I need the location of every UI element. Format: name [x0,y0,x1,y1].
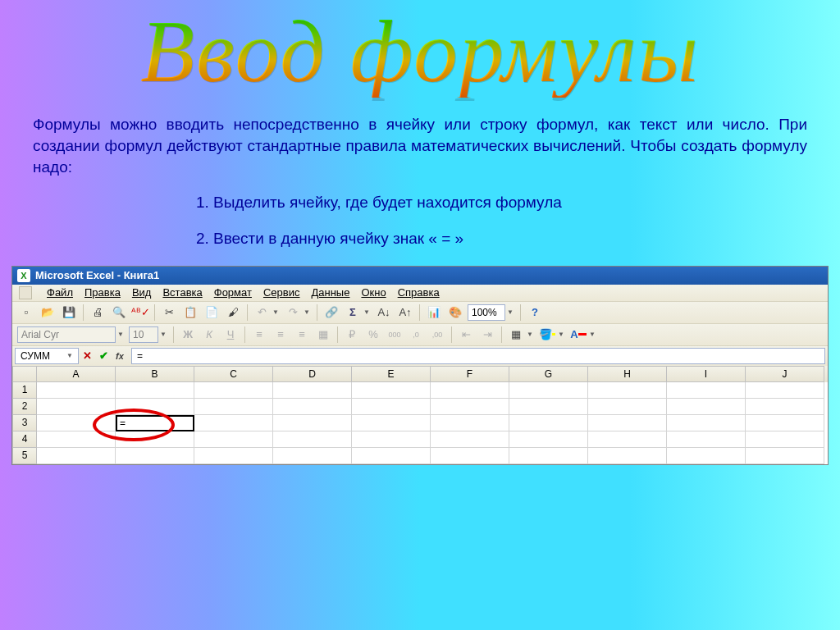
cell-D3[interactable] [273,415,352,431]
sort-asc-button[interactable]: A↓ [375,304,393,322]
cell-C2[interactable] [194,399,273,415]
cell-B3[interactable]: = [116,415,194,431]
chart-button[interactable]: 📊 [425,304,443,322]
cell-E4[interactable] [352,431,431,448]
col-header-E[interactable]: E [352,366,431,382]
cell-A1[interactable] [37,382,116,399]
formula-input[interactable] [131,348,825,364]
col-header-G[interactable]: G [509,366,588,382]
copy-button[interactable]: 📋 [181,304,199,322]
menu-format[interactable]: Формат [214,286,252,299]
align-center-button[interactable]: ≡ [272,326,290,344]
open-button[interactable]: 📂 [39,304,57,322]
increase-indent-button[interactable]: ⇥ [478,326,496,344]
menu-edit[interactable]: Правка [84,286,121,299]
autosum-button[interactable]: Σ [344,304,362,322]
cut-button[interactable]: ✂ [160,304,178,322]
col-header-F[interactable]: F [431,366,509,382]
cell-C3[interactable] [194,415,273,431]
undo-button[interactable]: ↶ [253,304,271,322]
help-button[interactable]: ? [526,304,544,322]
sort-desc-button[interactable]: A↑ [396,304,414,322]
zoom-input[interactable] [468,304,505,321]
cell-G5[interactable] [509,448,588,464]
cell-J2[interactable] [746,399,824,415]
col-header-C[interactable]: C [194,366,273,382]
cell-J5[interactable] [746,448,824,464]
menu-view[interactable]: Вид [132,286,152,299]
col-header-J[interactable]: J [746,366,824,382]
cell-G2[interactable] [509,399,588,415]
print-button[interactable]: 🖨 [89,304,107,322]
cell-D2[interactable] [273,399,352,415]
cell-A3[interactable] [37,415,116,431]
font-color-button[interactable]: A [569,326,587,344]
cell-D1[interactable] [273,382,352,399]
name-box[interactable]: СУММ ▼ [15,348,79,364]
merge-center-button[interactable]: ▦ [314,326,332,344]
print-preview-button[interactable]: 🔍 [110,304,128,322]
cell-B4[interactable] [116,431,194,448]
cell-C1[interactable] [194,382,273,399]
cell-I4[interactable] [667,431,746,448]
cell-A4[interactable] [37,431,116,448]
cell-H5[interactable] [588,448,667,464]
comma-button[interactable]: 000 [386,326,404,344]
font-name-input[interactable] [17,326,116,343]
cell-A2[interactable] [37,399,116,415]
decrease-decimal-button[interactable]: ,00 [428,326,446,344]
cell-I3[interactable] [667,415,746,431]
menu-window[interactable]: Окно [361,286,386,299]
menu-file[interactable]: Файл [47,286,73,299]
cell-G4[interactable] [509,431,588,448]
row-header-4[interactable]: 4 [12,431,37,448]
cell-F5[interactable] [431,448,509,464]
cell-E2[interactable] [352,399,431,415]
decrease-indent-button[interactable]: ⇤ [457,326,475,344]
cell-I2[interactable] [667,399,746,415]
cell-C5[interactable] [194,448,273,464]
menu-insert[interactable]: Вставка [162,286,202,299]
cell-H4[interactable] [588,431,667,448]
menu-tools[interactable]: Сервис [263,286,300,299]
cell-B2[interactable] [116,399,194,415]
cell-D4[interactable] [273,431,352,448]
select-all-corner[interactable] [12,366,37,382]
row-header-3[interactable]: 3 [12,415,37,431]
cell-H1[interactable] [588,382,667,399]
cell-J3[interactable] [746,415,824,431]
fx-button[interactable]: fx [112,349,127,363]
cell-C4[interactable] [194,431,273,448]
cell-J4[interactable] [746,431,824,448]
cell-H2[interactable] [588,399,667,415]
cell-B5[interactable] [116,448,194,464]
cell-F4[interactable] [431,431,509,448]
cell-J1[interactable] [746,382,824,399]
cell-F3[interactable] [431,415,509,431]
increase-decimal-button[interactable]: ,0 [407,326,425,344]
bold-button[interactable]: Ж [179,326,197,344]
cell-F1[interactable] [431,382,509,399]
row-header-1[interactable]: 1 [12,382,37,399]
col-header-I[interactable]: I [667,366,746,382]
save-button[interactable]: 💾 [60,304,78,322]
menu-data[interactable]: Данные [311,286,349,299]
col-header-H[interactable]: H [588,366,667,382]
align-left-button[interactable]: ≡ [250,326,268,344]
new-doc-button[interactable]: ▫ [17,304,35,322]
align-right-button[interactable]: ≡ [293,326,311,344]
cell-E5[interactable] [352,448,431,464]
hyperlink-button[interactable]: 🔗 [322,304,340,322]
col-header-A[interactable]: A [37,366,116,382]
cell-I1[interactable] [667,382,746,399]
cell-I5[interactable] [667,448,746,464]
spellcheck-button[interactable]: ᴬᴮ✓ [131,304,149,322]
menu-help[interactable]: Справка [398,286,440,299]
cell-G3[interactable] [509,415,588,431]
italic-button[interactable]: К [200,326,218,344]
cell-B1[interactable] [116,382,194,399]
enter-button[interactable]: ✔ [96,349,111,363]
drawing-button[interactable]: 🎨 [446,304,464,322]
col-header-D[interactable]: D [273,366,352,382]
percent-button[interactable]: % [364,326,382,344]
